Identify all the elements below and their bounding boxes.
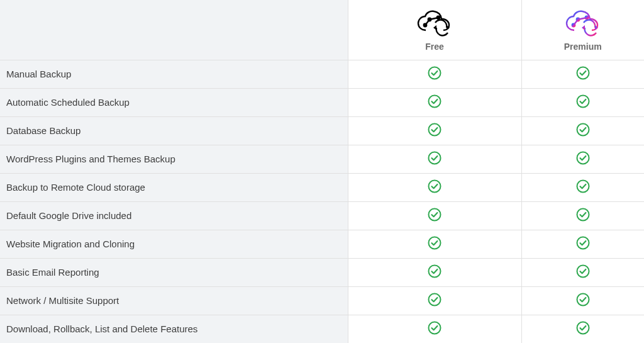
feature-name: WordPress Plugins and Themes Backup: [0, 145, 348, 173]
svg-point-26: [429, 237, 441, 249]
feature-free-value: [348, 116, 521, 145]
feature-name: Network / Multisite Support: [0, 286, 348, 315]
feature-row: Backup to Remote Cloud storage: [0, 173, 644, 201]
check-icon: [576, 151, 590, 167]
check-icon: [428, 293, 441, 309]
feature-header-blank: [0, 0, 348, 60]
check-icon: [576, 236, 590, 252]
feature-premium-value: [521, 116, 644, 145]
svg-point-20: [429, 152, 441, 164]
feature-row: Automatic Scheduled Backup: [0, 88, 644, 116]
feature-name: Automatic Scheduled Backup: [0, 88, 348, 116]
feature-free-value: [348, 60, 521, 88]
check-icon: [576, 94, 590, 111]
feature-free-value: [348, 286, 521, 315]
feature-premium-value: [521, 315, 644, 343]
svg-point-31: [577, 293, 589, 305]
svg-point-29: [577, 265, 589, 277]
feature-free-value: [348, 315, 521, 343]
cloud-sync-icon: [416, 10, 453, 39]
svg-point-30: [429, 293, 441, 305]
feature-row: Website Migration and Cloning: [0, 230, 644, 258]
svg-marker-6: [433, 25, 436, 30]
feature-premium-value: [521, 286, 644, 315]
check-icon: [428, 321, 441, 337]
svg-line-11: [574, 20, 578, 25]
check-icon: [576, 264, 590, 281]
feature-premium-value: [521, 145, 644, 173]
check-icon: [576, 293, 590, 309]
svg-point-19: [577, 123, 589, 135]
feature-free-value: [348, 145, 521, 173]
feature-name: Website Migration and Cloning: [0, 230, 348, 258]
feature-row: Manual Backup: [0, 60, 644, 88]
feature-premium-value: [521, 201, 644, 230]
check-icon: [576, 208, 590, 224]
feature-premium-value: [521, 60, 644, 88]
svg-point-27: [577, 237, 589, 249]
comparison-table: Free: [0, 0, 644, 343]
feature-premium-value: [521, 88, 644, 116]
check-icon: [576, 321, 590, 337]
feature-premium-value: [521, 173, 644, 201]
header-row: Free: [0, 0, 644, 60]
svg-point-33: [577, 322, 589, 334]
check-icon: [428, 208, 441, 224]
feature-name: Database Backup: [0, 116, 348, 145]
feature-row: Basic Email Reporting: [0, 258, 644, 286]
svg-point-24: [429, 208, 441, 220]
feature-free-value: [348, 88, 521, 116]
svg-point-17: [577, 95, 589, 107]
svg-point-32: [429, 322, 441, 334]
svg-point-14: [429, 67, 441, 79]
feature-name: Download, Rollback, List and Delete Feat…: [0, 315, 348, 343]
check-icon: [428, 123, 441, 139]
feature-free-value: [348, 258, 521, 286]
feature-name: Default Google Drive included: [0, 201, 348, 230]
plan-label-premium: Premium: [522, 42, 645, 52]
feature-row: Default Google Drive included: [0, 201, 644, 230]
check-icon: [428, 236, 441, 252]
plan-label-free: Free: [348, 42, 521, 52]
check-icon: [576, 66, 590, 82]
feature-name: Basic Email Reporting: [0, 258, 348, 286]
svg-point-21: [577, 152, 589, 164]
feature-name: Manual Backup: [0, 60, 348, 88]
feature-row: Network / Multisite Support: [0, 286, 644, 315]
svg-line-4: [425, 20, 430, 25]
svg-point-22: [429, 180, 441, 192]
svg-marker-13: [582, 25, 585, 30]
svg-point-25: [577, 208, 589, 220]
svg-point-28: [429, 265, 441, 277]
check-icon: [576, 179, 590, 196]
plan-header-free: Free: [348, 0, 521, 60]
svg-point-16: [429, 95, 441, 107]
svg-point-18: [429, 123, 441, 135]
svg-point-23: [577, 180, 589, 192]
feature-free-value: [348, 201, 521, 230]
plan-header-premium: Premium: [521, 0, 644, 60]
feature-premium-value: [521, 230, 644, 258]
feature-free-value: [348, 173, 521, 201]
feature-premium-value: [521, 258, 644, 286]
feature-row: Database Backup: [0, 116, 644, 145]
check-icon: [576, 123, 590, 139]
feature-row: WordPress Plugins and Themes Backup: [0, 145, 644, 173]
check-icon: [428, 179, 441, 196]
svg-point-15: [577, 67, 589, 79]
check-icon: [428, 151, 441, 167]
check-icon: [428, 66, 441, 82]
cloud-sync-icon-premium: [565, 10, 601, 39]
feature-free-value: [348, 230, 521, 258]
feature-name: Backup to Remote Cloud storage: [0, 173, 348, 201]
feature-row: Download, Rollback, List and Delete Feat…: [0, 315, 644, 343]
check-icon: [428, 94, 441, 111]
check-icon: [428, 264, 441, 281]
